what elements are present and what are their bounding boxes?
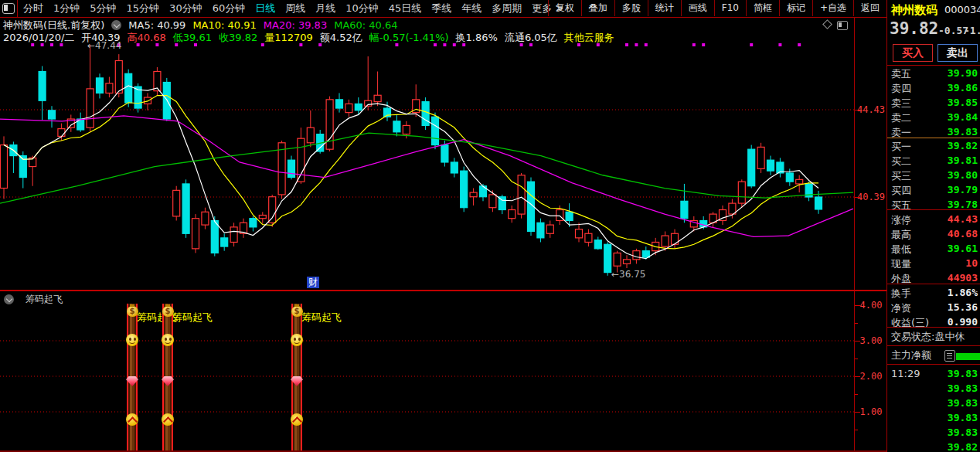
info-segment: 幅-0.57(-1.41%)	[369, 32, 449, 43]
bid-label[interactable]: 买五	[891, 199, 911, 212]
period-tab[interactable]: 年线	[461, 2, 481, 15]
bid-value[interactable]: 39.82	[948, 140, 978, 151]
period-tab[interactable]: 月线	[315, 2, 335, 15]
period-tab[interactable]: 分时	[23, 2, 43, 15]
period-tab[interactable]: 多周期	[492, 2, 522, 15]
ma-value: MA20: 39.83	[264, 19, 327, 31]
bid-label[interactable]: 买三	[891, 169, 911, 183]
info-segment: 其他云服务	[564, 32, 614, 43]
coin-up-icon	[162, 413, 174, 426]
stat-value: 44.43	[948, 213, 978, 225]
info-segment: 流通6.05亿	[505, 32, 557, 43]
sell-button[interactable]: 卖出	[937, 44, 978, 62]
toolbar-button[interactable]: 返回	[853, 0, 886, 16]
ask-value[interactable]: 39.85	[948, 97, 978, 108]
chart-title: 神州数码(日线.前复权)	[3, 19, 104, 31]
price-axis: 44.4340.394.003.002.001.00	[854, 17, 888, 450]
ask-label[interactable]: 卖四	[891, 82, 911, 96]
period-tab[interactable]: 1分钟	[53, 2, 80, 15]
toolbar-button[interactable]: 叠加	[581, 0, 614, 16]
list-icon[interactable]	[944, 350, 955, 362]
signal-label: 筹码起飞	[301, 311, 342, 325]
main-force-label: 主力净额	[891, 348, 931, 362]
moneybag-icon: $	[291, 306, 303, 317]
period-tab[interactable]: 5分钟	[90, 2, 116, 15]
chevron-down-icon[interactable]	[111, 20, 121, 30]
period-tab[interactable]: 季线	[431, 2, 451, 15]
bid-label[interactable]: 买四	[891, 184, 911, 198]
top-toolbar: 分时1分钟5分钟15分钟30分钟60分钟日线周线月线10分钟45日线季线年线多周…	[0, 0, 887, 18]
ask-label[interactable]: 卖五	[891, 67, 911, 81]
window-split-icon[interactable]	[837, 21, 848, 30]
toolbar-button[interactable]: F10	[714, 0, 746, 16]
stat-label: 收益(三)	[891, 316, 929, 330]
indicator-name: 筹码起飞	[26, 293, 63, 306]
high-annotation: ←47.44	[87, 40, 121, 51]
chevron-down-icon[interactable]	[4, 294, 14, 304]
panel-separator	[0, 290, 887, 291]
toolbar-buttons: 复权叠加多股统计画线F10简框标记+自选返回	[548, 0, 886, 16]
bid-value[interactable]: 39.80	[948, 169, 978, 181]
ask-value[interactable]: 39.86	[948, 82, 978, 93]
tick-label: 11:29	[891, 368, 920, 379]
divider	[887, 345, 980, 346]
info-segment: 低39.61	[173, 32, 212, 43]
layout-icon	[2, 3, 15, 14]
smiley-icon	[291, 334, 303, 346]
ma-value: MA10: 40.91	[192, 19, 256, 31]
cai-watermark-badge: 财	[307, 277, 319, 288]
period-tab[interactable]: 60分钟	[213, 2, 246, 15]
chart-area[interactable]: 神州数码(日线.前复权)MA5: 40.99MA10: 40.91MA20: 3…	[0, 17, 854, 450]
stock-name: 神州数码	[891, 3, 937, 18]
diamond-icon[interactable]	[824, 21, 831, 28]
smiley-icon	[126, 334, 138, 346]
toolbar-button[interactable]: 复权	[548, 0, 581, 16]
last-price: 39.82	[890, 19, 938, 38]
ask-value[interactable]: 39.83	[948, 126, 978, 138]
layout-toggle-button[interactable]	[0, 0, 18, 17]
bid-value[interactable]: 39.79	[948, 184, 978, 195]
info-segment: 2026/01/20/二	[3, 32, 74, 43]
toolbar-button[interactable]: +自选	[812, 0, 853, 16]
stat-value: 44903	[948, 272, 978, 284]
period-tab[interactable]: 30分钟	[169, 2, 202, 15]
bid-value[interactable]: 39.81	[948, 155, 978, 166]
bid-value[interactable]: 39.78	[948, 199, 978, 210]
buy-button[interactable]: 买入	[893, 44, 933, 62]
divider	[887, 209, 980, 210]
main-force-bar	[956, 353, 980, 360]
toolbar-button[interactable]: 简框	[746, 0, 779, 16]
stat-value: 40.68	[948, 228, 978, 240]
price-change-pct: -1.41%	[964, 25, 980, 36]
toolbar-button[interactable]: 多股	[614, 0, 648, 16]
ma-value: MA5: 40.99	[128, 19, 185, 31]
ask-value[interactable]: 39.84	[948, 111, 978, 123]
tick-value: 39.83	[948, 368, 978, 379]
period-tab[interactable]: 45日线	[389, 2, 422, 15]
bid-label[interactable]: 买一	[891, 140, 911, 154]
divider	[887, 327, 980, 328]
bid-label[interactable]: 买二	[891, 155, 911, 168]
divider	[887, 65, 980, 66]
ask-label[interactable]: 卖三	[891, 97, 911, 110]
period-tab[interactable]: 周线	[285, 2, 305, 15]
period-tab[interactable]: 15分钟	[127, 2, 160, 15]
divider	[887, 284, 980, 284]
stock-code: 000034	[944, 4, 980, 15]
toolbar-button[interactable]: 画线	[681, 0, 714, 16]
info-segment: 额4.52亿	[320, 32, 362, 43]
coin-up-icon	[291, 413, 303, 426]
toolbar-button[interactable]: 统计	[648, 0, 681, 16]
low-annotation: ←36.75	[611, 269, 645, 280]
stat-label: 换手	[891, 287, 911, 301]
info-segment: 收39.82	[219, 32, 257, 43]
stat-value: 39.61	[948, 243, 978, 254]
stat-label: 最低	[891, 243, 911, 257]
stat-value: 0.990	[948, 316, 978, 328]
period-tab[interactable]: 10分钟	[345, 2, 379, 15]
toolbar-button[interactable]: 标记	[779, 0, 812, 16]
stat-value: 10	[965, 257, 978, 269]
ask-label[interactable]: 卖二	[891, 111, 911, 125]
period-tab[interactable]: 日线	[255, 2, 275, 15]
ask-value[interactable]: 39.90	[948, 67, 978, 79]
